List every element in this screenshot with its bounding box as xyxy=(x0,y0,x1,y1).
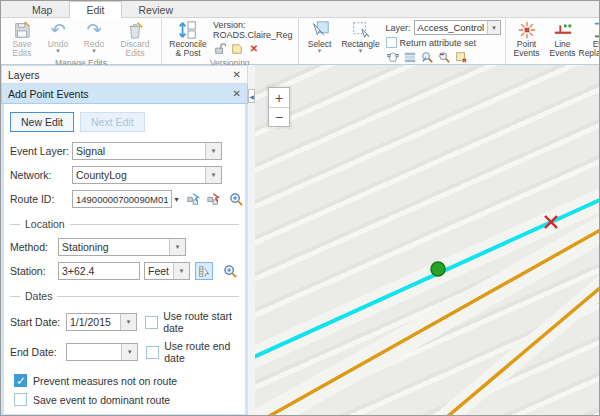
add-point-events-header[interactable]: Add Point Events ✕ xyxy=(1,84,248,104)
use-route-start-label: Use route start date xyxy=(163,310,239,334)
event-layer-combo[interactable]: Signal xyxy=(72,142,222,160)
method-value: Stationing xyxy=(59,241,169,253)
clear-selection-icon[interactable] xyxy=(454,50,468,63)
return-attribute-label: Return attribute set xyxy=(400,38,477,48)
group-selection: Select ▾ Rectangle ▾ Layer: Access_Contr… xyxy=(299,18,506,64)
event-layer-label: Event Layer: xyxy=(10,145,72,157)
prevent-measures-label: Prevent measures not on route xyxy=(33,375,177,387)
discard-edits-button[interactable]: Discard Edits xyxy=(112,19,158,58)
location-section-divider: Location xyxy=(10,218,239,230)
method-label: Method: xyxy=(10,241,58,253)
end-date-label: End Date: xyxy=(10,346,66,358)
point-events-icon xyxy=(517,20,537,40)
undo-caret-icon: ▾ xyxy=(56,49,60,53)
pan-to-selection-icon[interactable] xyxy=(437,50,451,63)
rectangle-caret-icon: ▾ xyxy=(359,49,363,53)
layers-close-icon[interactable]: ✕ xyxy=(233,69,241,80)
return-attribute-checkbox[interactable] xyxy=(386,37,397,48)
save-dominant-checkbox[interactable] xyxy=(14,393,27,406)
zoom-to-route-icon[interactable] xyxy=(227,190,245,208)
pick-station-from-map-button[interactable] xyxy=(195,262,213,280)
select-by-shape-icon[interactable] xyxy=(386,50,400,63)
reconcile-post-label: Reconcile & Post xyxy=(166,40,210,58)
next-edit-button[interactable]: Next Edit xyxy=(80,112,145,132)
new-edit-button[interactable]: New Edit xyxy=(10,112,74,132)
tab-review[interactable]: Review xyxy=(122,1,190,17)
tab-map[interactable]: Map xyxy=(15,1,69,17)
route-id-combo[interactable]: 14900000700090M01 ▾ xyxy=(72,190,180,208)
redo-caret-icon: ▾ xyxy=(92,49,96,53)
ribbon-tab-bar: Map Edit Review xyxy=(1,1,599,18)
new-version-icon[interactable] xyxy=(230,42,244,55)
add-point-events-body: New Edit Next Edit Event Layer: Signal N… xyxy=(1,104,248,416)
collapse-panel-icon[interactable]: ◀ xyxy=(248,89,255,103)
method-combo[interactable]: Stationing xyxy=(58,238,186,256)
reconcile-post-button[interactable]: Reconcile & Post xyxy=(165,19,211,58)
version-value: ROADS.Claire_Reg xyxy=(213,30,293,40)
rectangle-button[interactable]: Rectangle ▾ xyxy=(338,19,384,53)
route-id-arrow-icon[interactable]: ▾ xyxy=(172,195,180,204)
use-route-start-checkbox[interactable] xyxy=(145,316,158,329)
zoom-to-station-icon[interactable] xyxy=(221,262,239,280)
start-date-arrow-icon[interactable] xyxy=(120,314,136,330)
layer-combo[interactable]: Access_Control xyxy=(414,20,502,35)
left-dock-panel: Layers ✕ Add Point Events ✕ New Edit Nex… xyxy=(1,65,248,416)
event-replacement-label: Event Replacement xyxy=(579,40,600,58)
layers-pane-header[interactable]: Layers ✕ xyxy=(1,65,248,84)
route-id-label: Route ID: xyxy=(10,193,72,205)
zoom-in-button[interactable]: + xyxy=(269,88,289,107)
start-date-combo[interactable]: 1/1/2015 xyxy=(66,313,137,331)
redo-button[interactable]: ↷ Redo ▾ xyxy=(76,19,112,53)
map-view[interactable]: + − xyxy=(255,65,599,416)
map-zoom-control: + − xyxy=(268,87,290,127)
select-cursor-icon xyxy=(310,20,330,40)
line-events-button[interactable]: Line Events xyxy=(545,19,581,58)
dates-section-label: Dates xyxy=(20,290,57,302)
add-point-events-title: Add Point Events xyxy=(8,88,89,100)
event-replacement-button[interactable]: Event Replacement xyxy=(581,19,600,58)
save-edits-button[interactable]: Save Edits xyxy=(4,19,40,58)
layer-combo-value: Access_Control xyxy=(415,22,488,33)
layer-combo-arrow-icon[interactable] xyxy=(487,21,500,34)
network-combo[interactable]: CountyLog xyxy=(72,166,222,184)
use-route-end-checkbox[interactable] xyxy=(146,346,159,359)
version-label: Version: xyxy=(213,20,293,30)
zoom-out-button[interactable]: − xyxy=(269,107,289,126)
add-point-events-close-icon[interactable]: ✕ xyxy=(233,88,241,99)
save-dominant-label: Save event to dominant route xyxy=(33,394,170,406)
event-point-marker[interactable] xyxy=(431,262,445,276)
redo-icon: ↷ xyxy=(86,20,101,40)
network-arrow-icon[interactable] xyxy=(205,167,221,183)
panel-splitter[interactable]: ◀ xyxy=(248,65,255,416)
select-route-blue-icon[interactable] xyxy=(185,190,203,208)
point-events-button[interactable]: Point Events xyxy=(509,19,545,58)
select-button[interactable]: Select ▾ xyxy=(302,19,338,53)
dates-section-divider: Dates xyxy=(10,290,239,302)
end-date-arrow-icon[interactable] xyxy=(121,344,137,360)
select-route-red-icon[interactable] xyxy=(205,190,223,208)
method-arrow-icon[interactable] xyxy=(169,239,185,255)
select-caret-icon: ▾ xyxy=(318,49,322,53)
trash-icon xyxy=(127,20,143,40)
start-date-value: 1/1/2015 xyxy=(67,316,120,328)
event-layer-value: Signal xyxy=(73,145,205,157)
event-replacement-icon xyxy=(593,20,600,40)
zoom-to-selection-icon[interactable] xyxy=(420,50,434,63)
station-input[interactable] xyxy=(58,262,140,280)
event-layer-arrow-icon[interactable] xyxy=(205,143,221,159)
use-route-end-label: Use route end date xyxy=(164,340,239,364)
station-units-combo[interactable]: Feet xyxy=(144,262,190,280)
end-date-combo[interactable] xyxy=(66,343,138,361)
delete-version-icon[interactable]: ✕ xyxy=(247,42,261,55)
undo-button[interactable]: ↶ Undo ▾ xyxy=(40,19,76,53)
start-date-label: Start Date: xyxy=(10,316,66,328)
selection-list-icon[interactable] xyxy=(403,50,417,63)
map-features-layer xyxy=(255,65,599,416)
layers-pane-title: Layers xyxy=(8,69,40,81)
unlock-icon[interactable] xyxy=(213,42,227,55)
station-units-arrow-icon[interactable] xyxy=(173,263,189,279)
tab-edit[interactable]: Edit xyxy=(69,1,121,18)
route-id-value: 14900000700090M01 xyxy=(72,190,172,208)
group-versioning: Reconcile & Post Version: ROADS.Claire_R… xyxy=(162,18,299,64)
prevent-measures-checkbox[interactable] xyxy=(14,374,27,387)
